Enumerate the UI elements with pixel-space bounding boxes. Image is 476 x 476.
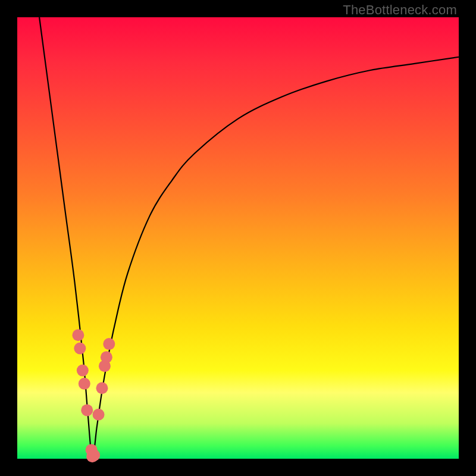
scatter-dot <box>103 338 115 350</box>
scatter-dot <box>74 343 86 355</box>
scatter-dot <box>93 409 105 421</box>
attribution-label: TheBottleneck.com <box>343 2 457 18</box>
scatter-dot <box>88 449 100 461</box>
chart-frame: TheBottleneck.com <box>0 0 476 476</box>
scatter-dot <box>81 404 93 416</box>
scatter-dot <box>77 365 89 377</box>
scatter-dot <box>79 378 90 390</box>
curve-layer <box>17 17 459 459</box>
scatter-dot <box>96 382 108 394</box>
plot-area <box>17 17 459 459</box>
scatter-dot <box>72 329 84 341</box>
highlight-scatter <box>72 329 115 462</box>
scatter-dot <box>101 351 112 363</box>
